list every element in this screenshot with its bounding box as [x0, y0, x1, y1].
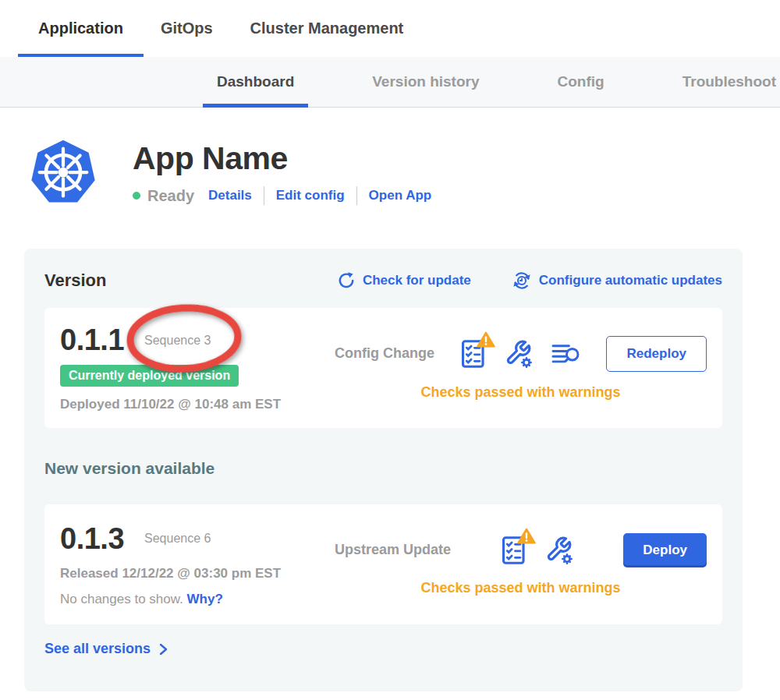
top-nav: Application GitOps Cluster Management — [0, 0, 780, 57]
available-checks-status: Checks passed with warnings — [335, 580, 707, 596]
view-files-icon — [551, 341, 580, 366]
available-version-number: 0.1.3 — [60, 522, 124, 556]
view-files-button[interactable] — [551, 341, 580, 366]
current-version-number: 0.1.1 — [60, 323, 124, 357]
subtab-version-history[interactable]: Version history — [372, 57, 479, 108]
no-changes-note: No changes to show. — [60, 592, 183, 606]
warning-triangle-icon — [477, 331, 495, 348]
redeploy-button[interactable]: Redeploy — [606, 336, 707, 372]
configure-automatic-updates-link[interactable]: Configure automatic updates — [512, 270, 722, 291]
preflight-checks-button[interactable] — [501, 535, 527, 566]
tab-cluster-management[interactable]: Cluster Management — [250, 0, 404, 57]
available-version-sequence: Sequence 6 — [144, 532, 211, 546]
current-version-sequence: Sequence 3 — [144, 334, 211, 348]
kubernetes-logo-icon — [27, 136, 99, 210]
subtab-dashboard[interactable]: Dashboard — [217, 57, 294, 108]
schedule-refresh-icon — [512, 270, 532, 291]
tab-gitops[interactable]: GitOps — [161, 0, 213, 57]
current-checks-status: Checks passed with warnings — [335, 384, 707, 401]
open-app-link[interactable]: Open App — [369, 188, 432, 203]
edit-config-button[interactable] — [544, 536, 574, 565]
preflight-checks-button[interactable] — [460, 338, 487, 369]
divider — [356, 186, 357, 205]
deploy-button[interactable]: Deploy — [623, 533, 707, 567]
chevron-right-icon — [157, 642, 169, 656]
why-link[interactable]: Why? — [187, 592, 223, 606]
subtab-troubleshoot[interactable]: Troubleshoot — [682, 57, 776, 108]
current-version-card: 0.1.1 Sequence 3 Currently deployed vers… — [44, 308, 722, 428]
tab-application[interactable]: Application — [38, 0, 123, 57]
configure-automatic-updates-label: Configure automatic updates — [539, 273, 722, 288]
new-version-heading: New version available — [44, 459, 722, 478]
details-link[interactable]: Details — [208, 188, 252, 203]
available-source-type: Upstream Update — [335, 542, 451, 558]
available-version-card: 0.1.3 Sequence 6 Released 12/12/22 @ 03:… — [44, 504, 722, 624]
see-all-versions-link[interactable]: See all versions — [44, 641, 169, 657]
current-source-type: Config Change — [335, 345, 434, 362]
refresh-icon — [337, 271, 356, 290]
app-header: App Name Ready Details Edit config Open … — [27, 136, 780, 210]
released-timestamp: Released 12/12/22 @ 03:30 pm EST — [60, 566, 335, 582]
currently-deployed-badge: Currently deployed version — [60, 365, 239, 387]
divider — [264, 186, 264, 205]
app-title: App Name — [133, 140, 431, 177]
sub-nav: Dashboard Version history Config Trouble… — [0, 57, 780, 108]
check-for-update-label: Check for update — [363, 273, 471, 288]
status-dot-icon — [133, 192, 140, 200]
warning-triangle-icon — [517, 528, 536, 544]
version-panel: Version Check for update Configure — [24, 249, 743, 691]
check-for-update-link[interactable]: Check for update — [337, 271, 471, 290]
config-wrench-icon — [544, 536, 574, 565]
config-wrench-icon — [504, 339, 534, 369]
deployed-timestamp: Deployed 11/10/22 @ 10:48 am EST — [60, 397, 335, 412]
subtab-config[interactable]: Config — [558, 57, 604, 108]
version-panel-title: Version — [44, 270, 106, 291]
status-label: Ready — [147, 187, 194, 205]
edit-config-link[interactable]: Edit config — [276, 188, 345, 203]
edit-config-button[interactable] — [504, 339, 534, 369]
see-all-versions-label: See all versions — [44, 641, 151, 657]
